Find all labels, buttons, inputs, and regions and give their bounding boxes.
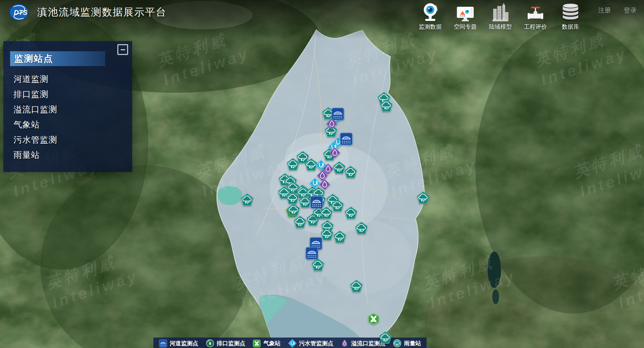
buildings-icon: [491, 1, 509, 22]
camera-icon: [421, 1, 439, 22]
rain-marker[interactable]: [379, 331, 392, 344]
nav-item-monitoring-data[interactable]: 监测数据: [413, 1, 448, 31]
sidebar-item-overflow-monitoring[interactable]: 溢流口监测: [13, 102, 132, 117]
nav-label: 工程评价: [524, 23, 547, 31]
page-title: 滇池流域监测数据展示平台: [37, 5, 167, 19]
river-marker[interactable]: [340, 132, 353, 146]
brand: DTS 滇池流域监测数据展示平台: [9, 3, 167, 21]
sidebar-item-river-monitoring[interactable]: 河道监测: [13, 71, 132, 87]
river-marker[interactable]: [310, 196, 323, 209]
river-marker[interactable]: [331, 107, 345, 121]
svg-text:DTS: DTS: [14, 9, 28, 16]
panel-title-monitoring-stations[interactable]: 监测站点: [10, 51, 105, 66]
nav-item-database[interactable]: 数据库: [553, 1, 588, 31]
nav-label: 空间专题: [454, 23, 477, 31]
rain-marker[interactable]: [380, 99, 393, 112]
top-navigation: 监测数据 空间专题: [413, 1, 637, 31]
valve-icon: [526, 1, 545, 22]
rain-marker[interactable]: [333, 230, 346, 243]
nav-item-land-model[interactable]: 陆域模型: [483, 1, 518, 31]
nav-label: 陆域模型: [489, 23, 512, 31]
rain-marker[interactable]: [345, 206, 357, 219]
register-link[interactable]: 注册: [598, 6, 611, 15]
sidebar-item-rain-gauge-station[interactable]: 雨量站: [13, 147, 132, 163]
rain-marker[interactable]: [312, 258, 324, 271]
rain-marker[interactable]: [350, 280, 363, 292]
rain-marker[interactable]: [241, 193, 254, 206]
nav-item-engineering-evaluation[interactable]: 工程评价: [518, 1, 553, 31]
river-marker[interactable]: [305, 246, 319, 260]
sidebar-item-outlet-monitoring[interactable]: 排口监测: [13, 87, 132, 102]
nav-label: 监测数据: [419, 23, 442, 31]
monitor-icon: [456, 1, 474, 22]
rain-marker[interactable]: [287, 203, 300, 216]
nav-label: 数据库: [562, 23, 579, 31]
rain-marker[interactable]: [287, 158, 299, 171]
rain-marker[interactable]: [331, 199, 344, 212]
auth-links: 注册 登录: [598, 6, 637, 15]
app-root: 英特利威Inteliway英特利威Inteliway英特利威Inteliway英…: [0, 0, 644, 348]
sidebar-item-weather-station[interactable]: 气象站: [13, 117, 132, 132]
panel-item-list: 河道监测 排口监测 溢流口监测 气象站 污水管监测 雨量站: [13, 71, 132, 163]
rain-marker[interactable]: [355, 222, 368, 234]
weather-marker[interactable]: [368, 313, 380, 325]
overflow-marker[interactable]: [319, 179, 330, 190]
sidebar-item-sewage-pipe-monitoring[interactable]: 污水管监测: [13, 132, 132, 147]
overflow-marker[interactable]: [329, 147, 341, 158]
database-icon: [561, 1, 580, 22]
monitoring-stations-panel: 监测站点 河道监测 排口监测 溢流口监测 气象站 污水管监测 雨量站: [3, 41, 132, 172]
login-link[interactable]: 登录: [624, 6, 637, 15]
app-logo: DTS: [9, 3, 29, 21]
rain-marker[interactable]: [344, 166, 357, 178]
panel-collapse-button[interactable]: [117, 44, 128, 55]
rain-marker[interactable]: [294, 215, 306, 228]
rain-marker[interactable]: [417, 191, 430, 204]
nav-item-spatial-topics[interactable]: 空间专题: [448, 1, 483, 31]
rain-marker[interactable]: [333, 161, 346, 174]
